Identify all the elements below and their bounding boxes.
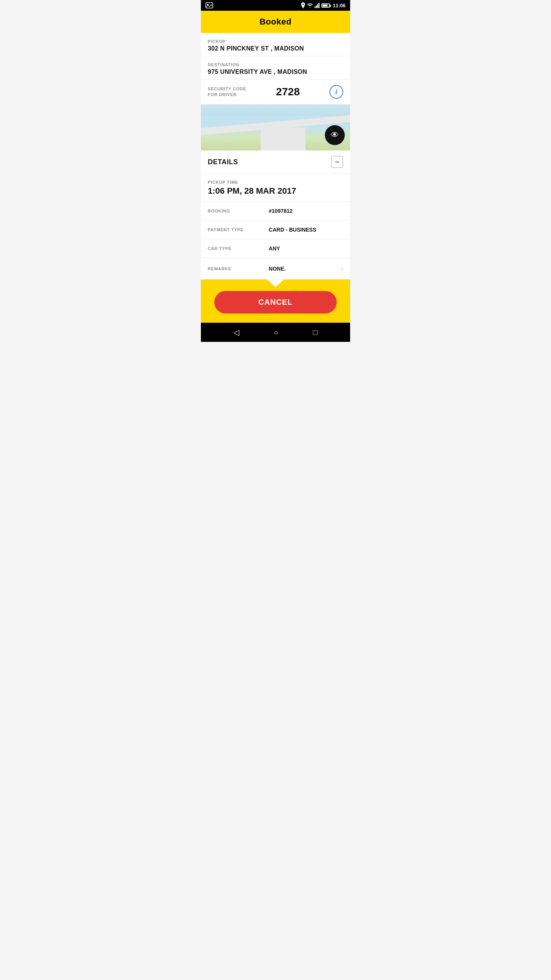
back-button[interactable]: ◁ bbox=[233, 328, 239, 337]
car-type-row: CAR TYPE ANY bbox=[201, 239, 350, 258]
map-road-2 bbox=[261, 127, 305, 150]
page-title: Booked bbox=[259, 17, 292, 26]
pickup-time-section: PICKUP TIME 1:06 PM, 28 MAR 2017 bbox=[201, 174, 350, 202]
svg-rect-3 bbox=[316, 5, 317, 8]
svg-point-1 bbox=[207, 4, 209, 5]
destination-address: 975 UNIVERSITY AVE , MADISON bbox=[208, 69, 343, 75]
collapse-details-button[interactable]: − bbox=[331, 156, 343, 168]
main-content: PICKUP 302 N PINCKNEY ST , MADISON DESTI… bbox=[201, 33, 350, 279]
booking-label: BOOKING bbox=[208, 209, 269, 213]
status-right: 11:06 bbox=[301, 2, 346, 8]
remarks-label: REMARKS bbox=[208, 266, 269, 271]
booking-row: BOOKING #1097812 bbox=[201, 202, 350, 220]
remarks-row[interactable]: REMARKS NONE. › bbox=[201, 258, 350, 279]
status-bar: 11:06 bbox=[201, 0, 350, 11]
security-code-value: 2728 bbox=[246, 86, 329, 98]
battery-icon bbox=[321, 3, 330, 8]
map-view-button[interactable]: 👁 bbox=[325, 125, 345, 145]
status-left bbox=[205, 2, 213, 8]
remarks-value: NONE. bbox=[269, 266, 341, 272]
map-area: 👁 bbox=[201, 105, 350, 150]
page-header: Booked bbox=[201, 11, 350, 33]
payment-type-label: PAYMENT TYPE bbox=[208, 227, 269, 232]
details-title: DETAILS bbox=[208, 158, 238, 166]
pickup-time-value: 1:06 PM, 28 MAR 2017 bbox=[208, 186, 343, 196]
svg-rect-4 bbox=[317, 4, 318, 8]
destination-label: DESTINATION bbox=[208, 62, 343, 67]
info-icon-button[interactable]: i bbox=[329, 85, 343, 99]
destination-section: DESTINATION 975 UNIVERSITY AVE , MADISON bbox=[201, 56, 350, 80]
eye-icon: 👁 bbox=[331, 130, 339, 140]
pickup-label: PICKUP bbox=[208, 39, 343, 44]
location-icon bbox=[301, 2, 305, 8]
security-code-label: SECURITY CODE FOR DRIVER bbox=[208, 86, 246, 98]
recent-button[interactable]: □ bbox=[313, 328, 318, 337]
pickup-section: PICKUP 302 N PINCKNEY ST , MADISON bbox=[201, 33, 350, 56]
svg-rect-5 bbox=[318, 3, 320, 8]
svg-rect-2 bbox=[315, 7, 316, 8]
android-nav-bar: ◁ ○ □ bbox=[201, 323, 350, 342]
pickup-time-label: PICKUP TIME bbox=[208, 180, 343, 185]
bottom-section: CANCEL bbox=[201, 279, 350, 323]
pickup-address: 302 N PINCKNEY ST , MADISON bbox=[208, 45, 343, 52]
security-code-section: SECURITY CODE FOR DRIVER 2728 i bbox=[201, 80, 350, 105]
payment-type-row: PAYMENT TYPE CARD - BUSINESS bbox=[201, 220, 350, 239]
car-type-label: CAR TYPE bbox=[208, 246, 269, 251]
remarks-chevron-icon: › bbox=[341, 264, 343, 273]
time-display: 11:06 bbox=[333, 3, 346, 8]
payment-type-value: CARD - BUSINESS bbox=[269, 227, 343, 233]
car-type-value: ANY bbox=[269, 245, 343, 252]
booking-value: #1097812 bbox=[269, 208, 343, 214]
image-icon bbox=[205, 2, 213, 8]
wifi-icon bbox=[307, 3, 313, 8]
home-button[interactable]: ○ bbox=[274, 328, 278, 337]
details-header: DETAILS − bbox=[201, 150, 350, 174]
signal-icon bbox=[315, 3, 320, 8]
cancel-button[interactable]: CANCEL bbox=[214, 291, 337, 314]
